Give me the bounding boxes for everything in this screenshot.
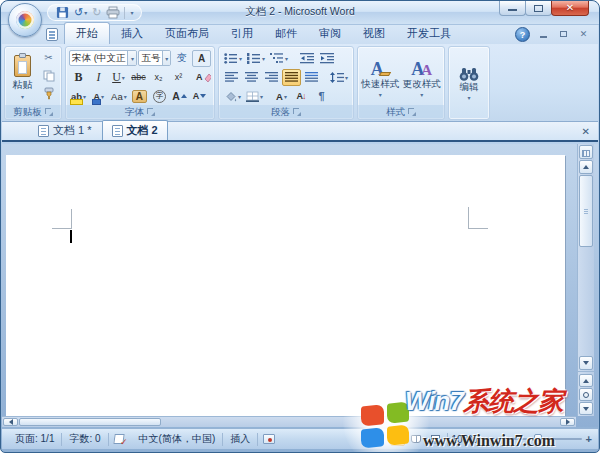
sort-button[interactable]: A↓: [292, 88, 311, 105]
asian-layout-button[interactable]: A ▾: [272, 88, 291, 105]
ribbon-home: 粘贴 ▾ ✂ 剪贴板: [2, 44, 598, 122]
tab-home[interactable]: 开始: [64, 22, 110, 44]
browse-dot-icon: [583, 392, 589, 398]
character-border-button[interactable]: A: [192, 50, 211, 67]
font-name-combo[interactable]: 宋体 (中文正 ▾: [69, 50, 137, 66]
fullscreen-reading-view-button[interactable]: [409, 432, 424, 446]
doc-close-button[interactable]: ✕: [577, 29, 590, 40]
zoom-out-button[interactable]: −: [481, 434, 487, 444]
tab-view[interactable]: 视图: [352, 23, 396, 44]
document-tab-bar: 文档 1 * 文档 2 ✕: [2, 122, 598, 142]
insert-mode-indicator[interactable]: 插入: [223, 432, 257, 446]
document-page[interactable]: [6, 155, 565, 420]
scroll-down-button[interactable]: [579, 356, 593, 370]
copy-button[interactable]: [39, 67, 58, 84]
maximize-icon: [534, 5, 543, 12]
superscript-button[interactable]: x²: [169, 69, 188, 86]
multilevel-list-button[interactable]: ▾: [268, 50, 290, 67]
page-indicator[interactable]: 页面: 1/1: [8, 432, 61, 446]
print-layout-view-button[interactable]: [390, 432, 405, 446]
line-spacing-button[interactable]: ▾: [328, 69, 350, 86]
horizontal-scrollbar[interactable]: [2, 416, 576, 427]
vertical-scroll-track[interactable]: [578, 247, 594, 356]
doc-minimize-button[interactable]: [537, 29, 550, 40]
macro-record-icon[interactable]: [263, 434, 275, 444]
align-center-button[interactable]: [242, 69, 261, 86]
clipboard-dialog-launcher[interactable]: [45, 108, 53, 116]
highlight-icon: ab: [71, 92, 82, 101]
horizontal-scroll-thumb[interactable]: [19, 418, 161, 426]
tab-review[interactable]: 审阅: [308, 23, 352, 44]
increase-indent-button[interactable]: [317, 50, 336, 67]
scroll-left-button[interactable]: [3, 418, 18, 426]
maximize-button[interactable]: [525, 1, 552, 16]
font-color-button[interactable]: A▾: [89, 88, 108, 105]
cut-button[interactable]: ✂: [39, 49, 58, 66]
bold-button[interactable]: B: [69, 69, 88, 86]
clear-formatting-button[interactable]: A: [194, 69, 213, 86]
tab-insert[interactable]: 插入: [110, 23, 154, 44]
zoom-level[interactable]: 100%: [452, 434, 478, 445]
tab-page-layout[interactable]: 页面布局: [154, 23, 220, 44]
language-indicator[interactable]: 中文(简体，中国): [132, 432, 223, 446]
borders-button[interactable]: ▾: [244, 88, 265, 105]
quick-styles-button[interactable]: A 快速样式 ▾: [361, 49, 400, 105]
editing-button[interactable]: 编辑 ▾: [454, 49, 484, 119]
scroll-up-button[interactable]: [579, 160, 593, 174]
previous-page-button[interactable]: [579, 374, 593, 387]
vertical-scrollbar[interactable]: [577, 144, 594, 416]
align-right-button[interactable]: [262, 69, 281, 86]
font-dialog-launcher[interactable]: [147, 108, 155, 116]
minimize-button[interactable]: [499, 1, 526, 16]
numbering-button[interactable]: ▾: [245, 50, 267, 67]
styles-dialog-launcher[interactable]: [408, 108, 416, 116]
help-button[interactable]: ?: [515, 27, 530, 42]
close-button[interactable]: ✕: [551, 1, 589, 16]
bullets-button[interactable]: ▾: [222, 50, 244, 67]
character-shading-button[interactable]: A: [130, 88, 149, 105]
format-painter-button[interactable]: [39, 85, 58, 102]
doc-tab-2-active[interactable]: 文档 2: [102, 120, 168, 140]
horizontal-scroll-track[interactable]: [161, 417, 559, 427]
change-styles-button[interactable]: AA 更改样式 ▾: [403, 49, 442, 105]
zoom-slider[interactable]: [492, 438, 582, 440]
subscript-button[interactable]: x₂: [149, 69, 168, 86]
strikethrough-button[interactable]: abc: [129, 69, 148, 86]
text-highlight-button[interactable]: ab▾: [69, 88, 88, 105]
paragraph-dialog-launcher[interactable]: [293, 108, 301, 116]
word-count[interactable]: 字数: 0: [62, 432, 107, 446]
tab-references[interactable]: 引用: [220, 23, 264, 44]
justify-button-active[interactable]: [282, 69, 301, 86]
spellcheck-icon[interactable]: ✓: [114, 434, 127, 445]
doc-tab-1[interactable]: 文档 1 *: [28, 120, 102, 140]
office-button[interactable]: [8, 3, 42, 37]
grow-font-button[interactable]: A: [170, 88, 189, 105]
shading-button[interactable]: ▾: [222, 88, 243, 105]
underline-button[interactable]: U▾: [109, 69, 128, 86]
distribute-button[interactable]: [302, 69, 321, 86]
shrink-font-button[interactable]: A: [190, 88, 209, 105]
paragraph-mark-icon: ¶: [318, 90, 324, 102]
font-size-combo[interactable]: 五号 ▾: [138, 50, 171, 66]
paste-button[interactable]: 粘贴 ▾: [8, 49, 37, 105]
tab-mailings[interactable]: 邮件: [264, 23, 308, 44]
change-case-button[interactable]: Aa▾: [109, 88, 129, 105]
scroll-right-button[interactable]: [560, 418, 575, 426]
tab-developer[interactable]: 开发工具: [396, 23, 462, 44]
italic-button[interactable]: I: [89, 69, 108, 86]
show-hide-marks-button[interactable]: ¶: [312, 88, 331, 105]
decrease-indent-button[interactable]: [297, 50, 316, 67]
zoom-slider-knob[interactable]: [534, 434, 542, 444]
doc-restore-button[interactable]: [557, 29, 570, 40]
zoom-in-button[interactable]: +: [586, 434, 592, 444]
phonetic-guide-button[interactable]: 变: [172, 50, 191, 67]
vertical-scroll-thumb[interactable]: [579, 175, 593, 247]
doc-tab-close-button[interactable]: ✕: [582, 126, 590, 137]
web-layout-view-button[interactable]: [428, 432, 443, 446]
align-left-button[interactable]: [222, 69, 241, 86]
next-page-button[interactable]: [579, 402, 593, 415]
ruler-toggle-button[interactable]: [579, 145, 593, 159]
print-layout-icon: [393, 435, 401, 444]
enclose-characters-button[interactable]: 字: [150, 88, 169, 105]
select-browse-object-button[interactable]: [579, 388, 593, 401]
